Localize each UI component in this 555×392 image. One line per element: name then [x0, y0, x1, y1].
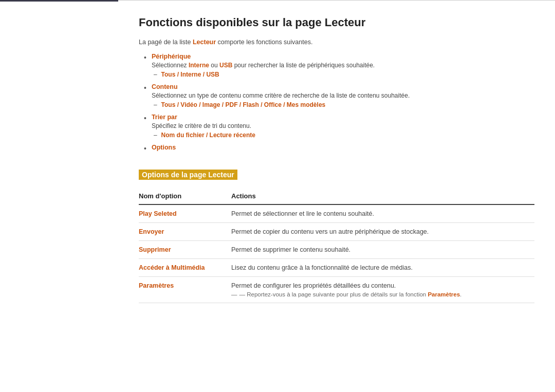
note-after: .	[460, 291, 461, 297]
col-header-option: Nom d'option	[139, 188, 231, 204]
table-row-multimedia: Accéder à Multimédia Lisez du contenu gr…	[139, 258, 534, 276]
feature-sub-2: – Tous / Vidéo / Image / PDF / Flash / O…	[152, 101, 534, 108]
sub-links-1: Tous / Interne / USB	[161, 71, 219, 78]
option-name-envoyer: Envoyer	[139, 222, 231, 240]
option-name-multimedia: Accéder à Multimédia	[139, 258, 231, 276]
feature-desc-2: Sélectionnez un type de contenu comme cr…	[152, 92, 534, 99]
dash-2: –	[154, 101, 157, 108]
feature-title-2: Contenu	[152, 83, 534, 90]
page-wrapper: Fonctions disponibles sur la page Lecteu…	[0, 0, 555, 392]
option-name-play: Play Seleted	[139, 204, 231, 223]
note-bold: Paramètres	[428, 291, 460, 297]
dash-3: –	[154, 132, 157, 139]
bullet-3: •	[144, 114, 146, 124]
option-action-parametres: Permet de configurer les propriétés déta…	[231, 276, 534, 303]
bullet-4: •	[144, 144, 146, 154]
feature-content-1: Périphérique Sélectionnez Interne ou USB…	[152, 53, 534, 78]
option-action-supprimer: Permet de supprimer le contenu souhaité.	[231, 240, 534, 258]
table-row-parametres: Paramètres Permet de configurer les prop…	[139, 276, 534, 303]
feature-content-4: Options	[152, 144, 534, 153]
main-content: Fonctions disponibles sur la page Lecteu…	[118, 0, 555, 392]
parametres-note: —— Reportez-vous à la page suivante pour…	[231, 291, 529, 297]
feature-content-2: Contenu Sélectionnez un type de contenu …	[152, 83, 534, 108]
options-section-heading: Options de la page Lecteur	[139, 170, 237, 180]
feature-title-4: Options	[152, 144, 534, 151]
page-title: Fonctions disponibles sur la page Lecteu…	[139, 16, 534, 29]
col-header-action: Actions	[231, 188, 534, 204]
option-action-envoyer: Permet de copier du contenu vers un autr…	[231, 222, 534, 240]
feature-item-trier: • Trier par Spécifiez le critère de tri …	[144, 114, 534, 139]
table-row-envoyer: Envoyer Permet de copier du contenu vers…	[139, 222, 534, 240]
usb-label: USB	[219, 62, 232, 69]
interne-label: Interne	[189, 62, 209, 69]
intro-lecteur: Lecteur	[193, 39, 216, 46]
feature-title-3: Trier par	[152, 114, 534, 121]
intro-text: La pagé de la liste Lecteur comporte les…	[139, 39, 534, 46]
sub-links-2: Tous / Vidéo / Image / PDF / Flash / Off…	[161, 101, 326, 108]
option-action-play: Permet de sélectionner et lire le conten…	[231, 204, 534, 223]
feature-sub-1: – Tous / Interne / USB	[152, 71, 534, 78]
left-sidebar	[0, 0, 118, 392]
feature-item-contenu: • Contenu Sélectionnez un type de conten…	[144, 83, 534, 108]
table-header-row: Nom d'option Actions	[139, 188, 534, 204]
feature-item-options: • Options	[144, 144, 534, 154]
intro-before: La pagé de la liste	[139, 39, 193, 46]
note-before: — Reportez-vous à la page suivante pour …	[239, 291, 428, 297]
table-row-supprimer: Supprimer Permet de supprimer le contenu…	[139, 240, 534, 258]
option-action-multimedia: Lisez du contenu grâce à la fonctionnali…	[231, 258, 534, 276]
bullet-2: •	[144, 83, 146, 94]
feature-desc-3: Spécifiez le critère de tri du contenu.	[152, 122, 534, 129]
parametres-action-text: Permet de configurer les propriétés déta…	[231, 282, 529, 289]
feature-sub-3: – Nom du fichier / Lecture récente	[152, 132, 534, 139]
feature-list: • Périphérique Sélectionnez Interne ou U…	[144, 53, 534, 154]
feature-desc-1: Sélectionnez Interne ou USB pour recherc…	[152, 62, 534, 69]
feature-title-1: Périphérique	[152, 53, 534, 60]
table-row-play: Play Seleted Permet de sélectionner et l…	[139, 204, 534, 223]
intro-after: comporte les fonctions suivantes.	[216, 39, 312, 46]
option-name-parametres: Paramètres	[139, 276, 231, 303]
options-table: Nom d'option Actions Play Seleted Permet…	[139, 188, 534, 303]
em-dash: —	[231, 291, 237, 297]
feature-item-peripherique: • Périphérique Sélectionnez Interne ou U…	[144, 53, 534, 78]
dash-1: –	[154, 71, 157, 78]
sub-links-3: Nom du fichier / Lecture récente	[161, 132, 255, 139]
option-name-supprimer: Supprimer	[139, 240, 231, 258]
bullet-1: •	[144, 53, 146, 63]
feature-content-3: Trier par Spécifiez le critère de tri du…	[152, 114, 534, 139]
